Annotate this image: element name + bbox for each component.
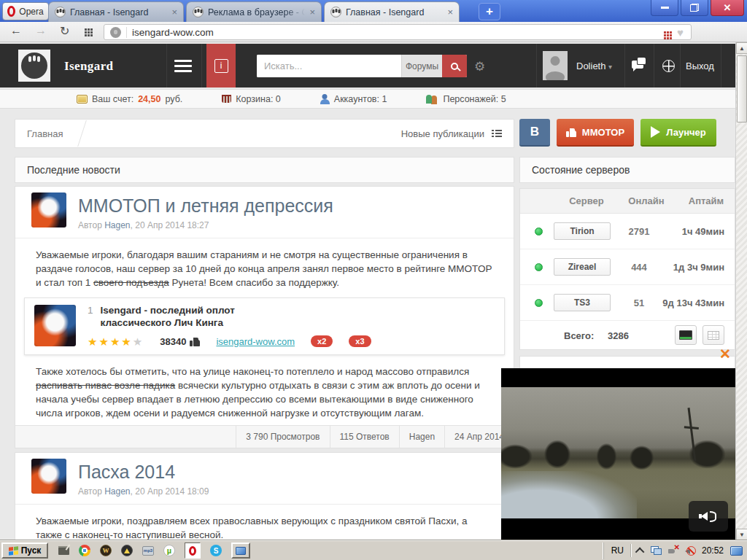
tray-expand-icon[interactable] (635, 547, 645, 556)
rating-site-link[interactable]: isengard-wow.com (216, 336, 295, 347)
balance-item[interactable]: Ваш счет: 24,50 руб. (77, 94, 182, 104)
reload-button[interactable]: ↻ (60, 24, 69, 38)
post-avatar[interactable] (31, 192, 66, 228)
messages-icon[interactable] (632, 61, 643, 69)
video-ad-player[interactable] (501, 368, 735, 540)
tab-1[interactable]: Главная - Isengard × (48, 1, 184, 22)
wow-icon[interactable]: W (100, 545, 112, 556)
volume-muted-icon[interactable] (685, 546, 695, 556)
tab-close-icon[interactable]: × (447, 7, 453, 18)
server-name-button[interactable]: Tirion (554, 222, 611, 240)
speed-dial-add-icon[interactable] (664, 31, 666, 34)
new-tab-button[interactable]: + (479, 3, 500, 20)
restore-icon (690, 4, 699, 12)
site-logo[interactable] (18, 50, 50, 82)
author-link[interactable]: Hagen (104, 486, 130, 497)
skype-icon[interactable]: S (210, 545, 222, 556)
header-divider (624, 44, 625, 88)
show-desktop-icon[interactable] (58, 546, 69, 555)
post-title-link[interactable]: ММОТОП и летняя депрессия (78, 196, 499, 215)
network-icon[interactable] (651, 546, 662, 555)
footer-author-link[interactable]: Hagen (399, 426, 444, 448)
search-scope-forums-button[interactable]: Форумы (401, 55, 442, 77)
server-stats-button[interactable] (675, 325, 697, 345)
mp3-player-icon[interactable]: mp3 (142, 546, 154, 556)
scroll-up-button[interactable]: ▲ (736, 42, 747, 54)
mmotop-button[interactable]: MMOTOP (557, 119, 634, 147)
device-disconnected-icon[interactable] (668, 546, 678, 555)
tray-separator (630, 544, 631, 557)
mmotop-rating-widget[interactable]: 1 Isengard - последний оплот классическо… (24, 298, 505, 355)
user-menu[interactable]: Dolieth ▾ (576, 61, 612, 71)
server-name-button[interactable]: TS3 (554, 294, 611, 311)
list-view-icon[interactable] (492, 129, 502, 138)
show-desktop-tray-icon[interactable] (730, 546, 743, 556)
tab-strip: Главная - Isengard × Реклама в браузере … (48, 1, 462, 22)
replies-count[interactable]: 115 Ответов (330, 426, 399, 448)
site-header: Isengard i Форумы ⚙ Dolieth ▾ Выход (0, 44, 735, 88)
tab-2[interactable]: Реклама в браузере - Об × (186, 1, 322, 22)
utorrent-icon[interactable]: µ (163, 545, 175, 556)
video-frame (501, 387, 735, 518)
tab-3-active[interactable]: Главная - Isengard × (324, 1, 460, 22)
tab-close-icon[interactable]: × (171, 7, 177, 18)
language-globe-icon[interactable] (662, 60, 675, 72)
vk-button[interactable]: B (519, 119, 550, 147)
url-separator (126, 27, 127, 38)
settings-gear-icon[interactable]: ⚙ (474, 59, 485, 74)
site-badge-icon[interactable] (110, 27, 121, 38)
characters-item[interactable]: Персонажей: 5 (426, 94, 506, 104)
author-link[interactable]: Hagen (104, 220, 130, 230)
mmotop-label: MMOTOP (582, 127, 624, 138)
opera-logo-icon (7, 6, 15, 17)
bookmark-heart-icon[interactable]: ♥ (677, 26, 684, 39)
speed-dial-icon[interactable] (85, 28, 87, 31)
tab-close-icon[interactable]: × (309, 7, 315, 18)
windows-logo-icon (9, 546, 18, 555)
online-status-icon (535, 228, 543, 236)
restore-button[interactable] (681, 0, 708, 16)
play-icon (651, 126, 660, 138)
post-avatar[interactable] (31, 459, 66, 494)
daemon-tools-icon[interactable] (121, 545, 133, 556)
rates-badge-x2[interactable]: x2 (311, 335, 333, 347)
server-schedule-button[interactable] (703, 325, 724, 345)
close-button[interactable]: ✕ (711, 0, 744, 16)
breadcrumb-home[interactable]: Главная (27, 128, 63, 139)
opera-taskbar-icon[interactable] (185, 542, 201, 559)
start-button[interactable]: Пуск (1, 542, 48, 559)
search-input[interactable] (257, 55, 401, 77)
page-scrollbar[interactable]: ▲ ▼ (735, 42, 747, 540)
accounts-item[interactable]: Аккаунтов: 1 (320, 94, 387, 104)
cart-item[interactable]: Корзина: 0 (222, 94, 281, 104)
chrome-icon[interactable] (79, 545, 90, 556)
launcher-button[interactable]: Лаунчер (640, 119, 716, 147)
isengard-logo-icon (21, 52, 47, 79)
news-post-2: Пасха 2014 Автор Hagen, 20 Апр 2014 18:0… (15, 452, 514, 547)
server-name-button[interactable]: Zireael (554, 258, 611, 276)
back-button[interactable]: ← (10, 24, 22, 37)
search-button[interactable] (442, 55, 467, 77)
url-field[interactable]: isengard-wow.com ♥ (104, 24, 692, 40)
info-button[interactable]: i (206, 44, 236, 88)
volume-button[interactable] (689, 501, 728, 532)
url-text[interactable]: isengard-wow.com (132, 27, 659, 38)
scroll-down-button[interactable]: ▼ (736, 529, 747, 540)
site-name[interactable]: Isengard (64, 59, 113, 74)
user-avatar[interactable] (543, 51, 568, 80)
post-byline: Автор Hagen, 20 Апр 2014 18:27 (78, 220, 499, 230)
minimize-button[interactable] (651, 0, 678, 16)
menu-hamburger-button[interactable] (166, 44, 200, 88)
video-close-icon[interactable]: ✕ (719, 347, 731, 361)
rates-badge-x3[interactable]: x3 (349, 335, 371, 347)
rating-avatar (34, 305, 76, 346)
scrollbar-thumb[interactable] (737, 55, 747, 122)
forward-button[interactable]: → (35, 24, 47, 37)
opera-menu-button[interactable]: Opera (2, 2, 49, 20)
display-settings-icon[interactable] (231, 542, 250, 559)
language-indicator[interactable]: RU (611, 545, 624, 556)
post-title-link[interactable]: Пасха 2014 (78, 462, 499, 481)
logout-link[interactable]: Выход (686, 61, 714, 71)
new-publications-link[interactable]: Новые публикации (401, 128, 484, 139)
post-text-strike: распивать пивас возле падика (36, 380, 175, 391)
